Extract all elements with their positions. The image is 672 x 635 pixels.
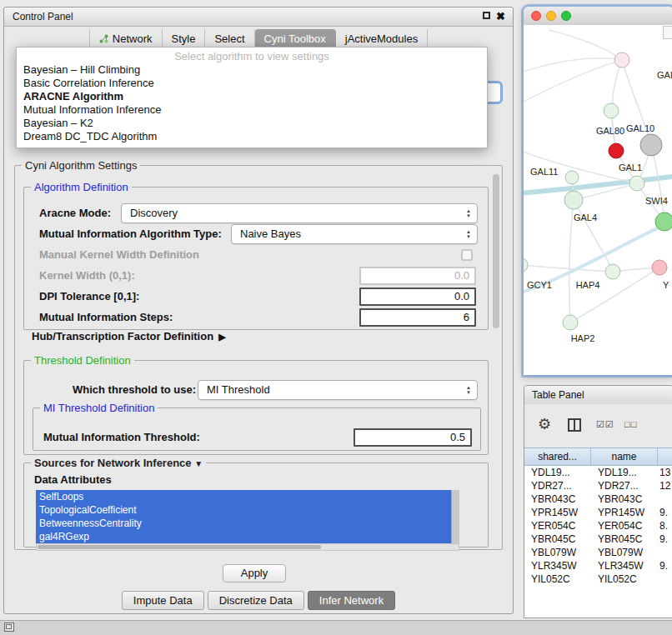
network-node[interactable]	[605, 264, 620, 279]
hub-definition-toggle[interactable]: Hub/Transcription Factor Definition▶	[32, 330, 226, 342]
close-icon[interactable]: ✖	[496, 10, 505, 22]
network-tab-icon	[99, 34, 108, 43]
mi-steps-field[interactable]: 6	[359, 308, 476, 327]
data-attribute-item[interactable]: BetweennessCentrality	[36, 517, 452, 530]
canvas-scrollbar[interactable]	[663, 26, 672, 39]
manual-kernel-checkbox[interactable]	[461, 249, 473, 261]
data-attribute-item[interactable]: TopologicalCoefficient	[36, 503, 452, 517]
algorithm-option[interactable]: ARACNE Algorithm	[17, 90, 487, 103]
threshold-definition-title: Threshold Definition	[31, 354, 134, 367]
manual-kernel-label: Manual Kernel Width Definition	[39, 248, 199, 261]
table-row[interactable]: YPR145WYPR145W9.	[524, 506, 672, 519]
network-node-label: GAL10	[626, 123, 654, 133]
column-header-shared-name[interactable]: shared...	[524, 448, 591, 465]
network-node[interactable]	[640, 134, 662, 156]
table-cell: YLR345W	[591, 559, 658, 572]
network-edge[interactable]	[524, 176, 672, 193]
table-row[interactable]: YER054CYER054C8.	[524, 519, 672, 532]
column-header-extra[interactable]	[658, 448, 672, 465]
network-node[interactable]	[604, 103, 619, 118]
data-attributes-list[interactable]: SelfLoopsTopologicalCoefficientBetweenne…	[36, 490, 459, 543]
apply-button[interactable]: Apply	[223, 564, 286, 582]
network-node[interactable]	[655, 212, 672, 231]
sources-group: Sources for Network Inference ▼ Data Att…	[23, 462, 489, 548]
table-row[interactable]: YIL052CYIL052C	[524, 572, 672, 586]
tab-impute-data[interactable]: Impute Data	[122, 591, 204, 610]
network-edge[interactable]	[524, 58, 622, 73]
aracne-mode-select[interactable]: Discovery ▲▼	[121, 203, 478, 223]
network-node[interactable]	[614, 52, 629, 68]
network-node[interactable]	[565, 171, 579, 184]
mi-threshold-field[interactable]: 0.5	[354, 428, 472, 447]
checked-boxes-icon[interactable]: ☑☑	[596, 419, 614, 430]
restore-panel-icon[interactable]	[4, 622, 14, 632]
list-vertical-scrollbar[interactable]	[451, 490, 459, 543]
algorithm-option[interactable]: Dream8 DC_TDC Algorithm	[17, 130, 487, 143]
sources-toggle[interactable]: Sources for Network Inference ▼	[31, 457, 206, 469]
threshold-definition-group: Threshold Definition Which threshold to …	[23, 360, 489, 455]
kernel-width-label: Kernel Width (0,1):	[39, 269, 135, 282]
table-cell: YPR145W	[591, 506, 658, 519]
list-horizontal-scrollbar[interactable]	[36, 543, 459, 551]
minimize-traffic-light-icon[interactable]	[546, 11, 556, 21]
tab-infer-network[interactable]: Infer Network	[308, 591, 395, 610]
algorithm-option[interactable]: Basic Correlation Inference	[17, 77, 487, 90]
table-row[interactable]: YDR27...YDR27...12	[524, 479, 672, 492]
network-edge[interactable]	[524, 265, 613, 272]
tab-style-label: Style	[172, 32, 196, 45]
network-canvas[interactable]: GAL7GAL80GAL10GAL11GAL1SWI4GAL4GCY1HAP4Y…	[524, 25, 672, 375]
stepper-arrows-icon: ▲▼	[463, 204, 474, 222]
column-header-name[interactable]: name	[591, 448, 658, 465]
close-traffic-light-icon[interactable]	[531, 11, 541, 21]
network-edge[interactable]	[651, 145, 664, 222]
table-cell: YER054C	[591, 519, 658, 532]
network-edge[interactable]	[549, 30, 622, 60]
scrollbar-thumb[interactable]	[38, 545, 321, 549]
network-window-titlebar[interactable]	[524, 7, 672, 26]
table-row[interactable]: YLR345WYLR345W9.	[524, 559, 672, 572]
zoom-traffic-light-icon[interactable]	[561, 11, 571, 21]
gear-icon[interactable]: ⚙	[538, 415, 551, 433]
algorithm-option[interactable]: Bayesian – Hill Climbing	[17, 63, 487, 77]
algorithm-option[interactable]: Mutual Information Inference	[17, 103, 487, 117]
data-attributes-label: Data Attributes	[34, 473, 112, 486]
kernel-width-field[interactable]: 0.0	[359, 267, 476, 285]
network-node[interactable]	[629, 176, 644, 191]
table-cell: YPR145W	[524, 506, 591, 519]
network-node[interactable]	[564, 191, 583, 209]
unchecked-boxes-icon[interactable]: □□	[624, 419, 637, 429]
network-node[interactable]	[563, 315, 578, 330]
network-node-label: Y	[663, 280, 669, 290]
table-row[interactable]: YBR043CYBR043C	[524, 492, 672, 506]
network-node[interactable]	[524, 258, 528, 272]
algorithm-option[interactable]: Bayesian – K2	[17, 117, 487, 130]
table-row[interactable]: YDL19...YDL19...13	[524, 466, 672, 479]
table-cell: 9.	[658, 532, 672, 546]
table-cell: 9.	[658, 559, 672, 572]
mi-threshold-label: Mutual Information Threshold:	[43, 431, 200, 443]
table-panel-title: Table Panel	[532, 389, 584, 401]
cyni-algorithm-settings-group: Cyni Algorithm Settings Algorithm Defini…	[14, 165, 503, 550]
data-attribute-item[interactable]: gal4RGexp	[36, 530, 452, 543]
which-threshold-select[interactable]: MI Threshold ▲▼	[198, 380, 478, 400]
table-cell: YER054C	[524, 519, 591, 532]
float-window-icon[interactable]	[483, 12, 490, 19]
tab-discretize-data[interactable]: Discretize Data	[208, 591, 304, 610]
tab-select-label: Select	[214, 32, 244, 45]
table-panel-titlebar[interactable]: Table Panel	[524, 386, 672, 405]
table-row[interactable]: YBR045CYBR045C9.	[524, 532, 672, 546]
data-attribute-item[interactable]: SelfLoops	[36, 490, 452, 503]
mi-type-select[interactable]: Naive Bayes ▲▼	[231, 224, 478, 244]
table-toolbar: ⚙ ☑☑ □□	[524, 404, 672, 448]
algorithm-dropdown-list: Bayesian – Hill ClimbingBasic Correlatio…	[17, 63, 487, 143]
columns-icon[interactable]	[568, 418, 581, 432]
control-panel-titlebar[interactable]: Control Panel ✖	[4, 8, 513, 27]
dpi-tolerance-field[interactable]: 0.0	[359, 288, 476, 306]
network-node-label: GAL80	[596, 126, 624, 136]
network-node[interactable]	[609, 143, 624, 158]
settings-scrollbar[interactable]	[493, 174, 499, 328]
network-canvas-svg: GAL7GAL80GAL10GAL11GAL1SWI4GAL4GCY1HAP4Y…	[524, 25, 672, 375]
network-node[interactable]	[652, 260, 667, 275]
tab-cyni-toolbox-label: Cyni Toolbox	[264, 32, 326, 45]
table-row[interactable]: YBL079WYBL079W	[524, 546, 672, 559]
